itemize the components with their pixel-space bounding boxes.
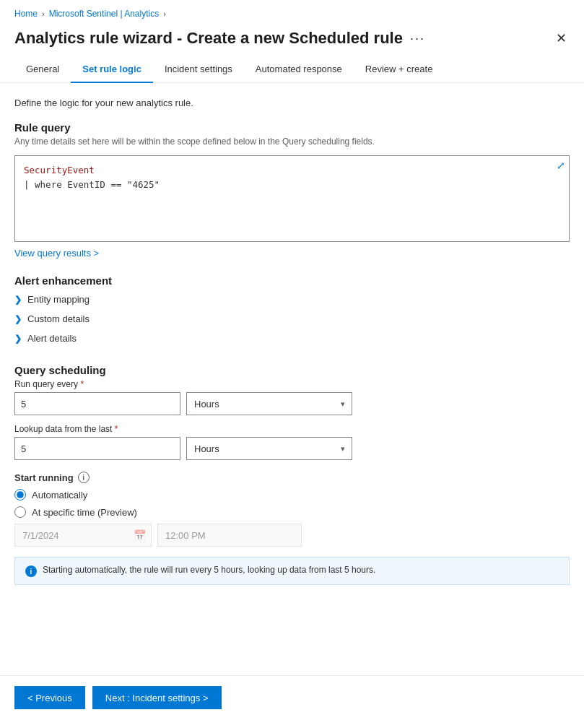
date-input-wrapper: 📅 — [14, 524, 152, 547]
entity-mapping-label: Entity mapping — [27, 294, 90, 305]
run-query-every-unit-select[interactable]: Hours Minutes Days — [186, 392, 352, 415]
query-scheduling-title: Query scheduling — [14, 364, 570, 376]
footer: < Previous Next : Incident settings > — [0, 675, 584, 719]
lookup-data-inputs: Hours Minutes Days ▾ — [14, 437, 570, 460]
next-button[interactable]: Next : Incident settings > — [92, 686, 222, 709]
breadcrumb-sep2: › — [163, 9, 166, 18]
date-input — [14, 524, 152, 547]
automatically-option: Automatically — [14, 489, 570, 500]
specific-time-radio[interactable] — [14, 506, 26, 518]
run-query-every-label: Run query every * — [14, 379, 570, 389]
run-query-every-inputs: Hours Minutes Days ▾ — [14, 392, 570, 415]
top-bar: Home › Microsoft Sentinel | Analytics › — [0, 0, 584, 25]
start-running-label: Start running i — [14, 472, 570, 483]
info-box-icon: i — [25, 566, 37, 577]
entity-mapping-row[interactable]: ❯ Entity mapping — [14, 290, 570, 309]
rule-query-subtitle: Any time details set here will be within… — [14, 136, 570, 147]
content-area: Define the logic for your new analytics … — [0, 83, 584, 675]
page-title-row: Analytics rule wizard - Create a new Sch… — [0, 25, 584, 58]
breadcrumb-sep1: › — [42, 9, 45, 18]
breadcrumb-sentinel[interactable]: Microsoft Sentinel | Analytics — [49, 9, 160, 19]
specific-time-option: At specific time (Preview) — [14, 506, 570, 518]
query-scheduling-section: Query scheduling Run query every * Hours… — [14, 364, 570, 460]
start-running-section: Start running i Automatically At specifi… — [14, 472, 570, 547]
info-box: i Starting automatically, the rule will … — [14, 557, 570, 585]
page-description: Define the logic for your new analytics … — [14, 98, 570, 108]
alert-details-row[interactable]: ❯ Alert details — [14, 329, 570, 348]
lookup-data-field: Lookup data from the last * Hours Minute… — [14, 424, 570, 460]
tab-incident-settings[interactable]: Incident settings — [153, 58, 244, 83]
alert-details-label: Alert details — [27, 333, 77, 344]
page-title-text: Analytics rule wizard - Create a new Sch… — [14, 29, 403, 48]
lookup-data-unit-select[interactable]: Hours Minutes Days — [186, 437, 352, 460]
query-line-1: SecurityEvent — [24, 163, 560, 178]
lookup-data-label: Lookup data from the last * — [14, 424, 570, 434]
page-title: Analytics rule wizard - Create a new Sch… — [14, 29, 425, 48]
alert-enhancement-section: Alert enhancement ❯ Entity mapping ❯ Cus… — [14, 274, 570, 348]
lookup-data-value-input[interactable] — [14, 437, 180, 460]
custom-details-row[interactable]: ❯ Custom details — [14, 309, 570, 329]
alert-enhancement-title: Alert enhancement — [14, 274, 570, 287]
ellipsis-menu[interactable]: ··· — [410, 31, 425, 46]
breadcrumb-home[interactable]: Home — [14, 9, 38, 19]
tab-automated-response[interactable]: Automated response — [244, 58, 354, 83]
custom-details-chevron: ❯ — [14, 314, 22, 324]
custom-details-label: Custom details — [27, 313, 90, 324]
tab-review-create[interactable]: Review + create — [354, 58, 445, 83]
start-running-info-icon[interactable]: i — [78, 472, 90, 483]
time-input — [157, 524, 302, 547]
view-query-results-link[interactable]: View query results > — [14, 248, 99, 259]
lookup-data-unit-wrapper: Hours Minutes Days ▾ — [186, 437, 352, 460]
run-query-every-value-input[interactable] — [14, 392, 180, 415]
tab-bar: General Set rule logic Incident settings… — [0, 58, 584, 83]
rule-query-section: Rule query Any time details set here wil… — [14, 121, 570, 274]
close-button[interactable]: ✕ — [553, 27, 570, 49]
previous-button[interactable]: < Previous — [14, 686, 85, 709]
query-line-2: | where EventID == "4625" — [24, 178, 560, 192]
run-query-every-field: Run query every * Hours Minutes Days ▾ — [14, 379, 570, 415]
breadcrumb: Home › Microsoft Sentinel | Analytics › — [14, 9, 166, 19]
info-box-text: Starting automatically, the rule will ru… — [43, 565, 375, 575]
start-running-text: Start running — [14, 472, 74, 483]
tab-general[interactable]: General — [14, 58, 71, 83]
specific-time-label[interactable]: At specific time (Preview) — [32, 507, 137, 518]
rule-query-title: Rule query — [14, 121, 570, 134]
query-editor[interactable]: SecurityEvent | where EventID == "4625" — [14, 155, 570, 242]
datetime-row: 📅 — [14, 524, 570, 547]
alert-details-chevron: ❯ — [14, 334, 22, 344]
query-editor-wrapper: SecurityEvent | where EventID == "4625" … — [14, 155, 570, 242]
automatically-label[interactable]: Automatically — [32, 490, 87, 500]
tab-set-rule-logic[interactable]: Set rule logic — [71, 58, 153, 83]
expand-icon[interactable]: ⤢ — [557, 160, 565, 171]
entity-mapping-chevron: ❯ — [14, 295, 22, 305]
run-query-every-unit-wrapper: Hours Minutes Days ▾ — [186, 392, 352, 415]
automatically-radio[interactable] — [14, 489, 26, 500]
